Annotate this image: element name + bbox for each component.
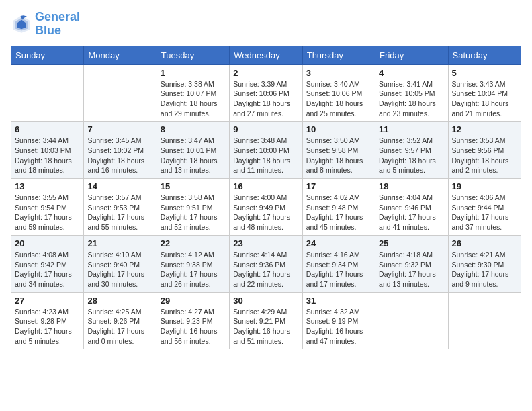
day-number: 27 (15, 295, 80, 306)
calendar-cell: 13Sunrise: 3:55 AM Sunset: 9:54 PM Dayli… (11, 179, 84, 236)
day-number: 26 (452, 238, 517, 248)
day-number: 22 (161, 238, 226, 248)
day-number: 9 (233, 124, 298, 134)
day-info: Sunrise: 4:23 AM Sunset: 9:28 PM Dayligh… (15, 307, 80, 347)
day-number: 15 (161, 181, 226, 191)
day-info: Sunrise: 3:47 AM Sunset: 10:01 PM Daylig… (161, 136, 226, 175)
day-info: Sunrise: 4:00 AM Sunset: 9:49 PM Dayligh… (233, 193, 298, 232)
day-info: Sunrise: 3:40 AM Sunset: 10:06 PM Daylig… (306, 79, 371, 119)
day-number: 7 (87, 124, 152, 134)
calendar-week-row: 20Sunrise: 4:08 AM Sunset: 9:42 PM Dayli… (11, 235, 521, 292)
calendar-week-row: 27Sunrise: 4:23 AM Sunset: 9:28 PM Dayli… (11, 292, 521, 349)
weekday-header-cell: Monday (84, 46, 157, 64)
day-number: 10 (306, 124, 371, 134)
calendar-week-row: 6Sunrise: 3:44 AM Sunset: 10:03 PM Dayli… (11, 122, 521, 179)
day-number: 23 (233, 238, 298, 248)
day-number: 12 (452, 124, 517, 134)
calendar-week-row: 13Sunrise: 3:55 AM Sunset: 9:54 PM Dayli… (11, 179, 521, 236)
calendar-cell: 23Sunrise: 4:14 AM Sunset: 9:36 PM Dayli… (230, 235, 302, 292)
day-number: 24 (306, 238, 371, 248)
day-info: Sunrise: 4:12 AM Sunset: 9:38 PM Dayligh… (161, 250, 226, 289)
day-number: 16 (233, 181, 298, 191)
calendar-cell: 24Sunrise: 4:16 AM Sunset: 9:34 PM Dayli… (302, 235, 375, 292)
day-info: Sunrise: 4:27 AM Sunset: 9:23 PM Dayligh… (161, 307, 226, 347)
calendar-cell: 11Sunrise: 3:52 AM Sunset: 9:57 PM Dayli… (375, 122, 448, 179)
calendar-week-row: 1Sunrise: 3:38 AM Sunset: 10:07 PM Dayli… (11, 64, 521, 122)
logo: General Blue (11, 11, 80, 38)
logo-text: General Blue (35, 11, 80, 38)
day-info: Sunrise: 4:06 AM Sunset: 9:44 PM Dayligh… (452, 193, 517, 232)
calendar-cell: 12Sunrise: 3:53 AM Sunset: 9:56 PM Dayli… (448, 122, 521, 179)
day-number: 20 (15, 238, 80, 248)
calendar-cell (375, 292, 448, 349)
day-info: Sunrise: 3:45 AM Sunset: 10:02 PM Daylig… (87, 136, 152, 175)
calendar-cell: 19Sunrise: 4:06 AM Sunset: 9:44 PM Dayli… (448, 179, 521, 236)
calendar-cell: 6Sunrise: 3:44 AM Sunset: 10:03 PM Dayli… (11, 122, 84, 179)
day-info: Sunrise: 3:38 AM Sunset: 10:07 PM Daylig… (161, 79, 226, 119)
day-info: Sunrise: 3:48 AM Sunset: 10:00 PM Daylig… (233, 136, 298, 175)
calendar-cell: 4Sunrise: 3:41 AM Sunset: 10:05 PM Dayli… (375, 64, 448, 122)
calendar-cell: 26Sunrise: 4:21 AM Sunset: 9:30 PM Dayli… (448, 235, 521, 292)
weekday-header-row: SundayMondayTuesdayWednesdayThursdayFrid… (11, 46, 521, 64)
day-info: Sunrise: 3:57 AM Sunset: 9:53 PM Dayligh… (87, 193, 152, 232)
calendar-table: SundayMondayTuesdayWednesdayThursdayFrid… (11, 46, 521, 350)
day-number: 29 (161, 295, 226, 306)
calendar-body: 1Sunrise: 3:38 AM Sunset: 10:07 PM Dayli… (11, 64, 521, 349)
day-info: Sunrise: 4:16 AM Sunset: 9:34 PM Dayligh… (306, 250, 371, 289)
calendar-cell: 16Sunrise: 4:00 AM Sunset: 9:49 PM Dayli… (230, 179, 302, 236)
calendar-cell: 3Sunrise: 3:40 AM Sunset: 10:06 PM Dayli… (302, 64, 375, 122)
weekday-header-cell: Friday (375, 46, 448, 64)
day-number: 2 (233, 68, 298, 78)
weekday-header-cell: Wednesday (230, 46, 302, 64)
calendar-cell: 2Sunrise: 3:39 AM Sunset: 10:06 PM Dayli… (230, 64, 302, 122)
day-info: Sunrise: 3:55 AM Sunset: 9:54 PM Dayligh… (15, 193, 80, 232)
day-info: Sunrise: 4:18 AM Sunset: 9:32 PM Dayligh… (379, 250, 444, 289)
weekday-header-cell: Thursday (302, 46, 375, 64)
weekday-header-cell: Tuesday (157, 46, 229, 64)
calendar-cell: 25Sunrise: 4:18 AM Sunset: 9:32 PM Dayli… (375, 235, 448, 292)
day-number: 11 (379, 124, 444, 134)
calendar-cell (448, 292, 521, 349)
calendar-cell: 20Sunrise: 4:08 AM Sunset: 9:42 PM Dayli… (11, 235, 84, 292)
calendar-cell: 31Sunrise: 4:32 AM Sunset: 9:19 PM Dayli… (302, 292, 375, 349)
day-number: 4 (379, 68, 444, 78)
day-number: 1 (161, 68, 226, 78)
calendar-cell: 8Sunrise: 3:47 AM Sunset: 10:01 PM Dayli… (157, 122, 229, 179)
page-header: General Blue (11, 11, 521, 38)
day-number: 31 (306, 295, 371, 306)
calendar-cell: 18Sunrise: 4:04 AM Sunset: 9:46 PM Dayli… (375, 179, 448, 236)
calendar-cell (11, 64, 84, 122)
calendar-cell: 29Sunrise: 4:27 AM Sunset: 9:23 PM Dayli… (157, 292, 229, 349)
day-info: Sunrise: 4:21 AM Sunset: 9:30 PM Dayligh… (452, 250, 517, 289)
day-number: 3 (306, 68, 371, 78)
day-number: 17 (306, 181, 371, 191)
day-info: Sunrise: 4:32 AM Sunset: 9:19 PM Dayligh… (306, 307, 371, 347)
day-number: 28 (87, 295, 152, 306)
calendar-cell: 9Sunrise: 3:48 AM Sunset: 10:00 PM Dayli… (230, 122, 302, 179)
calendar-cell: 14Sunrise: 3:57 AM Sunset: 9:53 PM Dayli… (84, 179, 157, 236)
calendar-cell: 1Sunrise: 3:38 AM Sunset: 10:07 PM Dayli… (157, 64, 229, 122)
day-info: Sunrise: 4:14 AM Sunset: 9:36 PM Dayligh… (233, 250, 298, 289)
day-info: Sunrise: 4:02 AM Sunset: 9:48 PM Dayligh… (306, 193, 371, 232)
day-number: 18 (379, 181, 444, 191)
calendar-cell: 10Sunrise: 3:50 AM Sunset: 9:58 PM Dayli… (302, 122, 375, 179)
day-info: Sunrise: 3:39 AM Sunset: 10:06 PM Daylig… (233, 79, 298, 119)
day-info: Sunrise: 4:25 AM Sunset: 9:26 PM Dayligh… (87, 307, 152, 347)
day-number: 13 (15, 181, 80, 191)
logo-icon (11, 13, 32, 35)
day-number: 8 (161, 124, 226, 134)
day-info: Sunrise: 3:43 AM Sunset: 10:04 PM Daylig… (452, 79, 517, 119)
day-info: Sunrise: 3:41 AM Sunset: 10:05 PM Daylig… (379, 79, 444, 119)
calendar-cell: 22Sunrise: 4:12 AM Sunset: 9:38 PM Dayli… (157, 235, 229, 292)
calendar-cell: 15Sunrise: 3:58 AM Sunset: 9:51 PM Dayli… (157, 179, 229, 236)
weekday-header-cell: Saturday (448, 46, 521, 64)
day-info: Sunrise: 4:04 AM Sunset: 9:46 PM Dayligh… (379, 193, 444, 232)
calendar-cell: 5Sunrise: 3:43 AM Sunset: 10:04 PM Dayli… (448, 64, 521, 122)
day-number: 5 (452, 68, 517, 78)
day-number: 25 (379, 238, 444, 248)
day-info: Sunrise: 4:10 AM Sunset: 9:40 PM Dayligh… (87, 250, 152, 289)
day-number: 21 (87, 238, 152, 248)
day-info: Sunrise: 3:44 AM Sunset: 10:03 PM Daylig… (15, 136, 80, 175)
calendar-cell: 7Sunrise: 3:45 AM Sunset: 10:02 PM Dayli… (84, 122, 157, 179)
day-info: Sunrise: 3:50 AM Sunset: 9:58 PM Dayligh… (306, 136, 371, 175)
